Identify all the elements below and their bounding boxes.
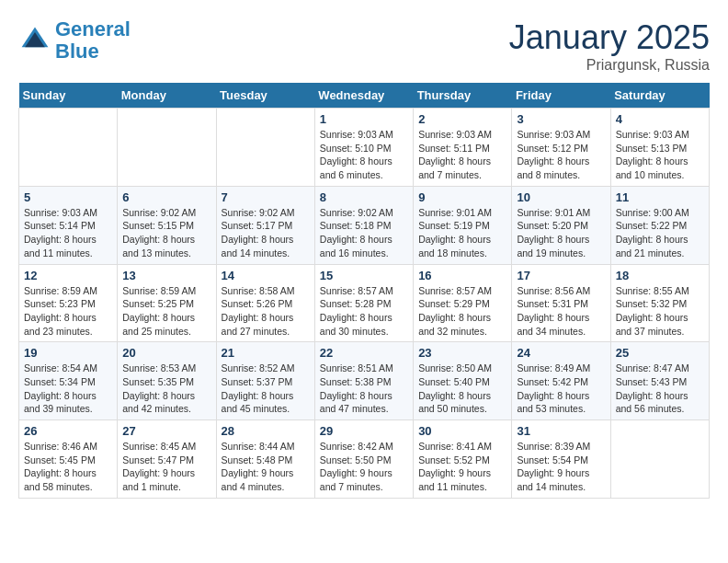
day-detail: Sunrise: 9:01 AM Sunset: 5:20 PM Dayligh…: [517, 206, 605, 260]
day-detail: Sunrise: 8:45 AM Sunset: 5:47 PM Dayligh…: [122, 440, 210, 494]
day-detail: Sunrise: 9:03 AM Sunset: 5:12 PM Dayligh…: [517, 128, 605, 182]
day-detail: Sunrise: 8:58 AM Sunset: 5:26 PM Dayligh…: [222, 284, 310, 339]
day-number: 18: [616, 269, 704, 282]
calendar-cell: 1Sunrise: 9:03 AM Sunset: 5:10 PM Daylig…: [314, 109, 413, 187]
day-number: 1: [320, 112, 408, 126]
calendar-cell: 31Sunrise: 8:39 AM Sunset: 5:54 PM Dayli…: [512, 420, 610, 499]
calendar-cell: 27Sunrise: 8:45 AM Sunset: 5:47 PM Dayli…: [118, 420, 216, 499]
title-block: January 2025 Priargunsk, Russia: [509, 18, 710, 74]
calendar-cell: 15Sunrise: 8:57 AM Sunset: 5:28 PM Dayli…: [314, 264, 413, 342]
day-detail: Sunrise: 9:03 AM Sunset: 5:13 PM Dayligh…: [616, 128, 704, 182]
day-number: 13: [122, 269, 210, 282]
day-number: 24: [517, 346, 605, 360]
week-row-2: 5Sunrise: 9:03 AM Sunset: 5:14 PM Daylig…: [19, 186, 710, 264]
calendar-cell: 9Sunrise: 9:01 AM Sunset: 5:19 PM Daylig…: [414, 186, 512, 264]
calendar-cell: 20Sunrise: 8:53 AM Sunset: 5:35 PM Dayli…: [118, 342, 216, 420]
day-detail: Sunrise: 8:57 AM Sunset: 5:29 PM Dayligh…: [418, 284, 506, 339]
logo-icon: [18, 24, 51, 57]
calendar-cell: 12Sunrise: 8:59 AM Sunset: 5:23 PM Dayli…: [19, 264, 118, 342]
week-row-1: 1Sunrise: 9:03 AM Sunset: 5:10 PM Daylig…: [19, 109, 710, 187]
weekday-header-thursday: Thursday: [414, 83, 512, 109]
calendar-cell: 21Sunrise: 8:52 AM Sunset: 5:37 PM Dayli…: [216, 342, 314, 420]
day-detail: Sunrise: 8:39 AM Sunset: 5:54 PM Dayligh…: [517, 440, 605, 494]
weekday-header-saturday: Saturday: [610, 83, 709, 109]
weekday-header-friday: Friday: [512, 83, 610, 109]
day-detail: Sunrise: 8:44 AM Sunset: 5:48 PM Dayligh…: [222, 440, 310, 494]
week-row-4: 19Sunrise: 8:54 AM Sunset: 5:34 PM Dayli…: [19, 342, 710, 420]
day-number: 10: [517, 190, 605, 204]
day-number: 16: [418, 269, 506, 282]
day-detail: Sunrise: 9:03 AM Sunset: 5:11 PM Dayligh…: [418, 128, 506, 182]
calendar-cell: 18Sunrise: 8:55 AM Sunset: 5:32 PM Dayli…: [610, 264, 709, 342]
day-detail: Sunrise: 8:41 AM Sunset: 5:52 PM Dayligh…: [418, 440, 506, 494]
calendar-cell: [118, 109, 216, 187]
day-detail: Sunrise: 8:54 AM Sunset: 5:34 PM Dayligh…: [24, 362, 112, 416]
day-number: 7: [222, 190, 310, 204]
day-number: 19: [24, 346, 112, 360]
calendar-cell: 17Sunrise: 8:56 AM Sunset: 5:31 PM Dayli…: [512, 264, 610, 342]
day-number: 26: [24, 424, 112, 438]
calendar-cell: 14Sunrise: 8:58 AM Sunset: 5:26 PM Dayli…: [216, 264, 314, 342]
day-number: 15: [320, 269, 408, 282]
calendar-cell: 25Sunrise: 8:47 AM Sunset: 5:43 PM Dayli…: [610, 342, 709, 420]
calendar-cell: 5Sunrise: 9:03 AM Sunset: 5:14 PM Daylig…: [19, 186, 118, 264]
location: Priargunsk, Russia: [509, 57, 710, 74]
day-number: 20: [122, 346, 210, 360]
day-detail: Sunrise: 8:53 AM Sunset: 5:35 PM Dayligh…: [122, 362, 210, 416]
day-detail: Sunrise: 8:52 AM Sunset: 5:37 PM Dayligh…: [222, 362, 310, 416]
calendar-cell: 16Sunrise: 8:57 AM Sunset: 5:29 PM Dayli…: [414, 264, 512, 342]
logo-line2: Blue: [55, 40, 99, 63]
week-row-3: 12Sunrise: 8:59 AM Sunset: 5:23 PM Dayli…: [19, 264, 710, 342]
day-detail: Sunrise: 8:57 AM Sunset: 5:28 PM Dayligh…: [320, 284, 408, 339]
day-number: 25: [616, 346, 704, 360]
day-number: 12: [24, 269, 112, 282]
logo-text: General Blue: [55, 18, 131, 63]
day-detail: Sunrise: 9:03 AM Sunset: 5:14 PM Dayligh…: [24, 206, 112, 260]
day-number: 4: [616, 112, 704, 126]
calendar-cell: 22Sunrise: 8:51 AM Sunset: 5:38 PM Dayli…: [314, 342, 413, 420]
day-number: 28: [222, 424, 310, 438]
logo: General Blue: [18, 18, 131, 63]
weekday-header-tuesday: Tuesday: [216, 83, 314, 109]
day-detail: Sunrise: 8:47 AM Sunset: 5:43 PM Dayligh…: [616, 362, 704, 416]
calendar-cell: 19Sunrise: 8:54 AM Sunset: 5:34 PM Dayli…: [19, 342, 118, 420]
day-number: 23: [418, 346, 506, 360]
day-number: 31: [517, 424, 605, 438]
weekday-header-row: SundayMondayTuesdayWednesdayThursdayFrid…: [19, 83, 710, 109]
calendar-cell: 13Sunrise: 8:59 AM Sunset: 5:25 PM Dayli…: [118, 264, 216, 342]
day-number: 8: [320, 190, 408, 204]
day-number: 27: [122, 424, 210, 438]
calendar-cell: 2Sunrise: 9:03 AM Sunset: 5:11 PM Daylig…: [414, 109, 512, 187]
logo-line1: General: [55, 17, 131, 40]
month-title: January 2025: [509, 18, 710, 57]
calendar-cell: 7Sunrise: 9:02 AM Sunset: 5:17 PM Daylig…: [216, 186, 314, 264]
day-detail: Sunrise: 8:42 AM Sunset: 5:50 PM Dayligh…: [320, 440, 408, 494]
calendar-cell: 29Sunrise: 8:42 AM Sunset: 5:50 PM Dayli…: [314, 420, 413, 499]
day-detail: Sunrise: 9:01 AM Sunset: 5:19 PM Dayligh…: [418, 206, 506, 260]
day-detail: Sunrise: 8:56 AM Sunset: 5:31 PM Dayligh…: [517, 284, 605, 339]
week-row-5: 26Sunrise: 8:46 AM Sunset: 5:45 PM Dayli…: [19, 420, 710, 499]
weekday-header-monday: Monday: [118, 83, 216, 109]
day-detail: Sunrise: 9:03 AM Sunset: 5:10 PM Dayligh…: [320, 128, 408, 182]
day-detail: Sunrise: 8:55 AM Sunset: 5:32 PM Dayligh…: [616, 284, 704, 339]
day-number: 29: [320, 424, 408, 438]
calendar-cell: [610, 420, 709, 499]
weekday-header-sunday: Sunday: [19, 83, 118, 109]
day-detail: Sunrise: 8:51 AM Sunset: 5:38 PM Dayligh…: [320, 362, 408, 416]
day-number: 3: [517, 112, 605, 126]
day-number: 22: [320, 346, 408, 360]
day-detail: Sunrise: 8:46 AM Sunset: 5:45 PM Dayligh…: [24, 440, 112, 494]
day-number: 9: [418, 190, 506, 204]
calendar-cell: 10Sunrise: 9:01 AM Sunset: 5:20 PM Dayli…: [512, 186, 610, 264]
day-number: 30: [418, 424, 506, 438]
day-number: 11: [616, 190, 704, 204]
day-number: 14: [222, 269, 310, 282]
day-detail: Sunrise: 8:59 AM Sunset: 5:25 PM Dayligh…: [122, 284, 210, 339]
calendar-cell: 11Sunrise: 9:00 AM Sunset: 5:22 PM Dayli…: [610, 186, 709, 264]
calendar-cell: 6Sunrise: 9:02 AM Sunset: 5:15 PM Daylig…: [118, 186, 216, 264]
calendar-cell: 23Sunrise: 8:50 AM Sunset: 5:40 PM Dayli…: [414, 342, 512, 420]
day-number: 2: [418, 112, 506, 126]
day-number: 6: [122, 190, 210, 204]
calendar-cell: 4Sunrise: 9:03 AM Sunset: 5:13 PM Daylig…: [610, 109, 709, 187]
calendar-cell: 24Sunrise: 8:49 AM Sunset: 5:42 PM Dayli…: [512, 342, 610, 420]
